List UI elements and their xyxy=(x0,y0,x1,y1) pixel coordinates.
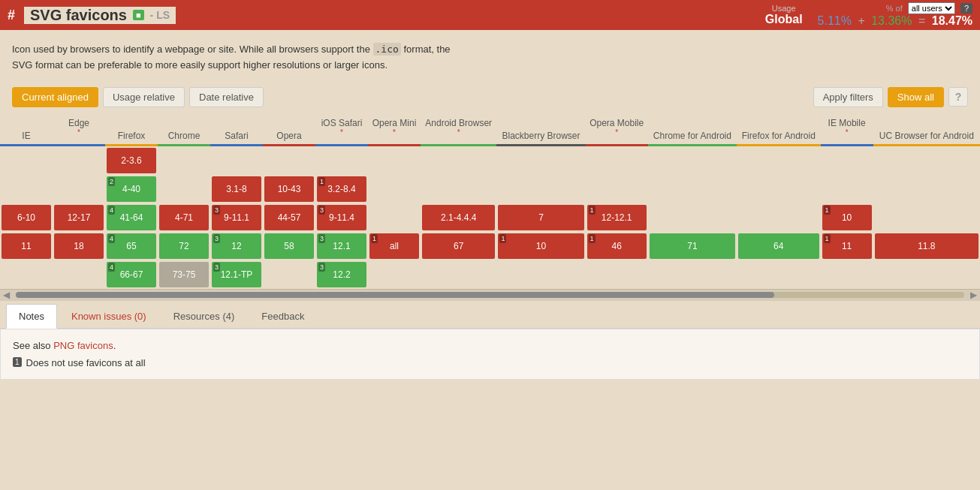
show-all-btn[interactable]: Show all xyxy=(888,87,944,107)
cell-4-9[interactable] xyxy=(496,260,585,289)
note-item-0: 1Does not use favicons at all xyxy=(13,357,967,368)
cell-1-12[interactable] xyxy=(737,175,821,203)
cell-0-13[interactable] xyxy=(821,145,873,175)
tab-notes[interactable]: Notes xyxy=(6,304,57,329)
users-select[interactable]: all users xyxy=(908,2,955,14)
cell-2-14[interactable] xyxy=(873,203,980,232)
see-also-link[interactable]: PNG favicons xyxy=(53,340,113,351)
scroll-left-arrow[interactable]: ◀ xyxy=(0,290,13,300)
cell-1-8[interactable] xyxy=(421,175,496,203)
cell-2-0[interactable]: 6-10 xyxy=(0,203,53,232)
scrollbar-area[interactable]: ◀ ▶ xyxy=(0,289,980,301)
tab-feedback[interactable]: Feedback xyxy=(249,304,317,328)
cell-3-11[interactable]: 71 xyxy=(648,232,737,260)
cell-3-3[interactable]: 72 xyxy=(158,232,210,260)
cell-2-4[interactable]: 39-11.1 xyxy=(210,203,263,232)
cell-2-7[interactable] xyxy=(368,203,421,232)
cell-0-5[interactable] xyxy=(263,145,315,175)
cell-2-6[interactable]: 39-11.4 xyxy=(315,203,368,232)
cell-4-13[interactable] xyxy=(821,260,873,289)
cell-3-9[interactable]: 110 xyxy=(496,232,585,260)
cell-4-2[interactable]: 466-67 xyxy=(105,260,158,289)
cell-3-2[interactable]: 465 xyxy=(105,232,158,260)
help-btn[interactable]: ? xyxy=(960,3,972,14)
scroll-right-arrow[interactable]: ▶ xyxy=(967,290,980,300)
date-relative-btn[interactable]: Date relative xyxy=(189,87,264,107)
cell-0-12[interactable] xyxy=(737,145,821,175)
cell-4-14[interactable] xyxy=(873,260,980,289)
cell-2-10[interactable]: 112-12.1 xyxy=(586,203,648,232)
cell-2-5[interactable]: 44-57 xyxy=(263,203,315,232)
cell-1-6[interactable]: 13.2-8.4 xyxy=(315,175,368,203)
cell-0-4[interactable] xyxy=(210,145,263,175)
cell-4-0[interactable] xyxy=(0,260,53,289)
current-aligned-btn[interactable]: Current aligned xyxy=(12,87,98,107)
cell-0-3[interactable] xyxy=(158,145,210,175)
cell-4-5[interactable] xyxy=(263,260,315,289)
cell-3-6[interactable]: 312.1 xyxy=(315,232,368,260)
cell-2-9[interactable]: 7 xyxy=(496,203,585,232)
cell-1-14[interactable] xyxy=(873,175,980,203)
cell-3-5[interactable]: 58 xyxy=(263,232,315,260)
scrollbar-thumb[interactable] xyxy=(16,292,774,298)
cell-2-12[interactable] xyxy=(737,203,821,232)
cell-0-14[interactable] xyxy=(873,145,980,175)
cell-2-13[interactable]: 110 xyxy=(821,203,873,232)
cell-1-0[interactable] xyxy=(0,175,53,203)
cell-1-13[interactable] xyxy=(821,175,873,203)
cell-1-1[interactable] xyxy=(53,175,105,203)
cell-1-11[interactable] xyxy=(648,175,737,203)
cell-0-7[interactable] xyxy=(368,145,421,175)
cell-0-0[interactable] xyxy=(0,145,53,175)
cell-2-1[interactable]: 12-17 xyxy=(53,203,105,232)
cell-3-8[interactable]: 67 xyxy=(421,232,496,260)
cell-3-0[interactable]: 11 xyxy=(0,232,53,260)
cell-4-11[interactable] xyxy=(648,260,737,289)
usage-relative-btn[interactable]: Usage relative xyxy=(103,87,185,107)
cell-4-7[interactable] xyxy=(368,260,421,289)
tab-resources[interactable]: Resources (4) xyxy=(161,304,248,328)
cell-1-3[interactable] xyxy=(158,175,210,203)
cell-0-10[interactable] xyxy=(586,145,648,175)
cell-text-3-4: 12 xyxy=(231,241,241,251)
cell-0-11[interactable] xyxy=(648,145,737,175)
cell-text-2-8: 2.1-4.4.4 xyxy=(441,212,476,223)
cell-0-9[interactable] xyxy=(496,145,585,175)
cell-3-14[interactable]: 11.8 xyxy=(873,232,980,260)
cell-2-8[interactable]: 2.1-4.4.4 xyxy=(421,203,496,232)
cell-3-10[interactable]: 146 xyxy=(586,232,648,260)
tab-known-issues[interactable]: Known issues (0) xyxy=(59,304,159,328)
cell-0-8[interactable] xyxy=(421,145,496,175)
cell-4-12[interactable] xyxy=(737,260,821,289)
cell-1-5[interactable]: 10-43 xyxy=(263,175,315,203)
cell-1-7[interactable] xyxy=(368,175,421,203)
cell-0-6[interactable] xyxy=(315,145,368,175)
cell-1-2[interactable]: 24-40 xyxy=(105,175,158,203)
cell-3-1[interactable]: 18 xyxy=(53,232,105,260)
cell-4-3[interactable]: 73-75 xyxy=(158,260,210,289)
cell-4-4[interactable]: 312.1-TP xyxy=(210,260,263,289)
cell-text-4-6: 12.2 xyxy=(333,269,350,280)
browser-name-ffdroid: Firefox for Android xyxy=(738,131,819,141)
cell-text-3-10: 46 xyxy=(612,241,622,251)
cell-2-3[interactable]: 4-71 xyxy=(158,203,210,232)
cell-0-2[interactable]: 2-3.6 xyxy=(105,145,158,175)
cell-1-4[interactable]: 3.1-8 xyxy=(210,175,263,203)
cell-3-7[interactable]: 1all xyxy=(368,232,421,260)
apply-filters-btn[interactable]: Apply filters xyxy=(813,87,883,107)
cell-3-4[interactable]: 312 xyxy=(210,232,263,260)
cell-2-2[interactable]: 441-64 xyxy=(105,203,158,232)
scrollbar-track[interactable] xyxy=(16,292,964,298)
cell-4-10[interactable] xyxy=(586,260,648,289)
cell-4-1[interactable] xyxy=(53,260,105,289)
cell-4-8[interactable] xyxy=(421,260,496,289)
cell-4-6[interactable]: 312.2 xyxy=(315,260,368,289)
cell-2-11[interactable] xyxy=(648,203,737,232)
cell-3-13[interactable]: 111 xyxy=(821,232,873,260)
pct-blue: 5.11% xyxy=(818,14,852,27)
cell-1-10[interactable] xyxy=(586,175,648,203)
filter-help-btn[interactable]: ? xyxy=(948,87,968,107)
cell-0-1[interactable] xyxy=(53,145,105,175)
cell-3-12[interactable]: 64 xyxy=(737,232,821,260)
cell-1-9[interactable] xyxy=(496,175,585,203)
